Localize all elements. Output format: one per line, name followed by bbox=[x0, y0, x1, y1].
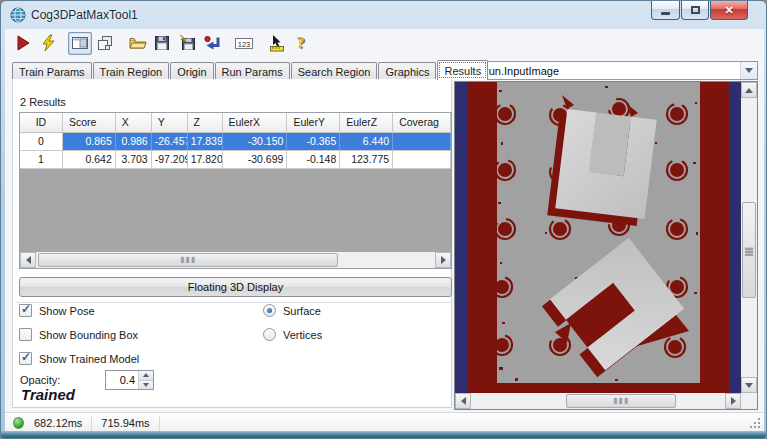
numeric-results-icon: 123 bbox=[234, 34, 254, 52]
opacity-spinner[interactable]: 0.4 bbox=[105, 370, 154, 390]
column-header[interactable]: Z bbox=[188, 113, 223, 132]
open-file-button[interactable] bbox=[125, 32, 149, 55]
image-display-icon bbox=[71, 34, 89, 52]
tab-train-region[interactable]: Train Region bbox=[93, 62, 170, 80]
reset-button[interactable] bbox=[200, 32, 224, 55]
radio-0[interactable] bbox=[263, 304, 276, 317]
column-header[interactable]: EulerX bbox=[223, 113, 288, 132]
opacity-value[interactable]: 0.4 bbox=[106, 371, 138, 389]
reset-arrow-icon bbox=[203, 34, 222, 52]
table-row-1[interactable]: 1 0.642 3.703 -97.209 17.820 -30.699 -0.… bbox=[20, 151, 451, 169]
column-header[interactable]: X bbox=[116, 113, 152, 132]
help-icon: ? ? bbox=[293, 34, 309, 52]
lightning-icon bbox=[39, 34, 57, 52]
toolbar: 123 ? ? bbox=[5, 29, 764, 57]
separator bbox=[91, 416, 92, 431]
checkbox-row-show-trained-model[interactable]: ✓ Show Trained Model bbox=[19, 352, 139, 365]
checkbox-1[interactable]: ✓ bbox=[19, 328, 32, 341]
column-header[interactable]: Y bbox=[152, 113, 188, 132]
run-electric-button[interactable] bbox=[36, 32, 60, 55]
radio-row-vertices[interactable]: Vertices bbox=[263, 328, 322, 341]
tab-origin[interactable]: Origin bbox=[170, 62, 213, 80]
checkbox-label: Show Trained Model bbox=[39, 353, 139, 365]
column-header[interactable]: EulerY bbox=[287, 113, 340, 132]
title-bar[interactable]: Cog3DPatMaxTool1 ✕ bbox=[1, 1, 766, 29]
column-header[interactable]: Coverag bbox=[393, 113, 451, 132]
scroll-right-button[interactable] bbox=[725, 393, 741, 409]
tab-run-params[interactable]: Run Params bbox=[215, 62, 290, 80]
tab-label: Results bbox=[444, 65, 481, 77]
table-horizontal-scrollbar[interactable]: ▮▮▮ bbox=[20, 252, 451, 268]
numeric-results-button[interactable]: 123 bbox=[232, 32, 256, 55]
checkbox-row-show-bounding-box[interactable]: ✓ Show Bounding Box bbox=[19, 328, 138, 341]
image-horizontal-scrollbar[interactable]: ▮▮▮ bbox=[455, 393, 741, 409]
arrow-down-icon bbox=[745, 383, 753, 388]
scroll-left-button[interactable] bbox=[455, 393, 471, 409]
status-bar: 682.12ms 715.94ms bbox=[5, 412, 764, 433]
minimize-button[interactable] bbox=[651, 1, 680, 20]
cell-y: -97.209 bbox=[152, 151, 188, 168]
scroll-right-button[interactable] bbox=[435, 252, 451, 268]
results-table[interactable]: ID Score X Y Z EulerX EulerY EulerZ Cove… bbox=[19, 112, 452, 269]
cell-score: 0.642 bbox=[63, 151, 116, 168]
checkbox-0[interactable]: ✓ bbox=[19, 304, 32, 317]
combo-dropdown-button[interactable] bbox=[740, 62, 757, 79]
image-vertical-scrollbar[interactable]: ▬▬▬ bbox=[741, 82, 757, 393]
arrow-right-icon bbox=[441, 256, 446, 264]
tab-strip: Train Params Train Region Origin Run Par… bbox=[12, 60, 489, 80]
column-header[interactable]: ID bbox=[20, 113, 63, 132]
floating-3d-display-button[interactable]: Floating 3D Display bbox=[19, 277, 452, 297]
run-button[interactable] bbox=[11, 32, 35, 55]
tab-search-region[interactable]: Search Region bbox=[291, 62, 378, 80]
checkbox-label: Show Bounding Box bbox=[39, 329, 138, 341]
cell-eulerx: -30.150 bbox=[223, 133, 288, 150]
save-results-button[interactable] bbox=[175, 32, 199, 55]
radio-row-surface[interactable]: Surface bbox=[263, 304, 321, 317]
scrollbar-thumb[interactable]: ▮▮▮ bbox=[566, 394, 676, 408]
tab-train-params[interactable]: Train Params bbox=[12, 62, 92, 80]
checkbox-row-show-pose[interactable]: ✓ Show Pose bbox=[19, 304, 95, 317]
opacity-label: Opacity: bbox=[20, 374, 60, 386]
help-icon-text: ? bbox=[297, 34, 305, 51]
cell-score: 0.865 bbox=[63, 133, 116, 150]
close-button[interactable]: ✕ bbox=[710, 1, 748, 20]
app-icon bbox=[10, 7, 26, 23]
cell-eulerz: 123.775 bbox=[340, 151, 393, 168]
minimize-icon bbox=[661, 12, 670, 15]
scroll-down-button[interactable] bbox=[741, 377, 757, 393]
scrollbar-corner bbox=[741, 393, 757, 409]
help-button[interactable]: ? ? bbox=[289, 32, 313, 55]
table-row-0[interactable]: 0 0.865 0.986 -26.457 17.839 -30.150 -0.… bbox=[20, 133, 451, 151]
selected-record: LastRun.InputImage bbox=[456, 65, 740, 77]
show-display-button[interactable] bbox=[68, 32, 92, 55]
radio-label: Surface bbox=[283, 305, 321, 317]
arrow-left-icon bbox=[26, 256, 31, 264]
record-selector-combobox[interactable]: LastRun.InputImage bbox=[455, 61, 758, 80]
spin-up-button[interactable] bbox=[139, 371, 153, 381]
radio-1[interactable] bbox=[263, 328, 276, 341]
part-1 bbox=[555, 109, 657, 219]
checkbox-2[interactable]: ✓ bbox=[19, 352, 32, 365]
input-image-view[interactable] bbox=[455, 82, 741, 393]
radio-label: Vertices bbox=[283, 329, 322, 341]
cell-eulery: -0.365 bbox=[287, 133, 340, 150]
save-button[interactable] bbox=[150, 32, 174, 55]
cell-x: 3.703 bbox=[116, 151, 152, 168]
cell-eulery: -0.148 bbox=[287, 151, 340, 168]
cascade-displays-button[interactable] bbox=[93, 32, 117, 55]
tab-results[interactable]: Results bbox=[437, 60, 488, 80]
cell-eulerz: 6.440 bbox=[340, 133, 393, 150]
tab-graphics[interactable]: Graphics bbox=[378, 62, 436, 80]
scroll-left-button[interactable] bbox=[20, 252, 36, 268]
scrollbar-thumb[interactable]: ▬▬▬ bbox=[742, 202, 756, 298]
column-header[interactable]: EulerZ bbox=[340, 113, 393, 132]
scrollbar-thumb[interactable]: ▮▮▮ bbox=[38, 253, 338, 267]
maximize-button[interactable] bbox=[681, 1, 709, 20]
numeric-icon-text: 123 bbox=[238, 40, 251, 49]
column-header[interactable]: Score bbox=[63, 113, 116, 132]
measure-button[interactable] bbox=[264, 32, 288, 55]
resize-grip[interactable] bbox=[750, 418, 762, 430]
scroll-up-button[interactable] bbox=[741, 82, 757, 98]
cell-coverage bbox=[393, 151, 451, 168]
spin-down-button[interactable] bbox=[139, 381, 153, 390]
